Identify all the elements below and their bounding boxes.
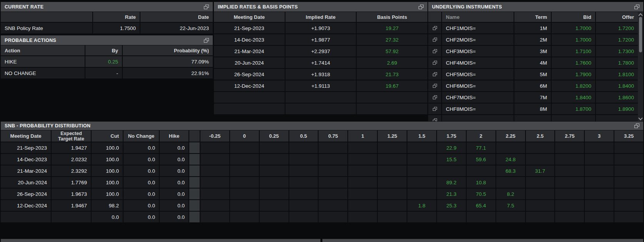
bucket-cell [407,142,436,153]
current-rate-titlebar: CURRENT RATE [1,2,213,12]
column-header-hike: Hike [160,130,189,142]
probability-cell[interactable]: 22.91% [123,68,213,78]
bucket-cell [319,154,347,165]
action-cell[interactable]: NO CHANGE [1,68,85,78]
cut-cell: 100.0 [92,154,123,165]
instrument-popout-cell [428,92,441,103]
meeting-date-cell: 21-Sep-2023 [214,23,285,33]
meeting-date-cell: 14-Dec-2023 [214,34,285,45]
instrument-name-cell[interactable]: CHF4MOIS= [442,57,514,68]
by-cell[interactable]: 0.25 [85,56,122,67]
bucket-cell [230,165,259,176]
column-header-meeting-date: Meeting Date [1,130,51,142]
bucket-cell [378,154,407,165]
instrument-popout-cell [428,46,441,57]
meeting-date-cell: 21-Mar-2024 [214,46,285,57]
bucket-cell: 65.4 [467,200,496,211]
open-quote-icon[interactable] [432,49,437,53]
meeting-date-cell: 12-Dec-2024 [214,80,285,91]
open-quote-icon[interactable] [432,38,437,42]
current-rate-table: Rate Date SNB Policy Rate 1.7500 22-Jun-… [1,12,213,33]
column-header-date: Date [140,12,213,22]
bid-cell: 1.8400 [552,92,595,103]
bucket-cell [200,142,229,153]
implied-rates-table: Meeting Date Implied Rate Basis Points 2… [214,12,427,114]
probability-distribution-titlebar: SNB - PROBABILITY DISTRIBUTION [1,122,643,130]
bucket-cell [348,212,377,222]
current-rate-panel: CURRENT RATE Rate Date SNB Policy Rate 1… [1,2,213,33]
open-quote-icon[interactable] [432,84,437,88]
bucket-cell [526,212,555,222]
scroll-down-button[interactable] [638,116,643,121]
popout-icon[interactable] [204,5,209,9]
meeting-date-cell: 20-Jun-2024 [1,177,51,188]
expected-target-rate-cell: 2.3292 [52,165,91,176]
by-cell[interactable]: - [85,68,122,78]
instrument-name-cell[interactable] [442,115,514,121]
bucket-cell [555,154,584,165]
bucket-cell [378,177,407,188]
open-quote-icon[interactable] [432,61,437,65]
bucket-cell [200,189,229,199]
open-quote-icon[interactable] [432,107,437,111]
column-header-bucket: 1 [348,130,377,142]
bucket-cell [230,212,259,222]
bucket-cell [348,142,377,153]
separator-cell [189,212,200,222]
separator-cell [189,165,200,176]
cut-cell: 98.2 [92,200,123,211]
scroll-thumb[interactable] [639,17,642,52]
instrument-name-cell[interactable]: CHF2MOIS= [442,34,514,45]
cut-cell: 0.0 [92,212,123,222]
bucket-cell [200,154,229,165]
open-quote-icon[interactable] [432,26,437,30]
bucket-cell [496,142,525,153]
popout-icon[interactable] [634,124,639,128]
bucket-cell [437,212,466,222]
bucket-cell [260,142,289,153]
popout-icon[interactable] [634,5,639,9]
popout-icon[interactable] [419,5,424,9]
instrument-name-cell[interactable]: CHF1MOIS= [442,23,514,33]
bucket-cell [319,177,347,188]
probability-cell[interactable]: 77.09% [123,56,213,67]
offer-cell: 1.8600 [596,92,638,103]
scroll-up-button[interactable] [638,12,643,17]
instrument-popout-cell [428,80,441,91]
bucket-cell [555,142,584,153]
instrument-name-cell[interactable]: CHF7MOIS= [442,92,514,103]
column-header-bucket: 0.25 [260,130,289,142]
implied-rate-cell: +1.9877 [285,34,356,45]
bucket-cell [230,177,259,188]
instrument-popout-cell [428,57,441,68]
bucket-cell [378,200,407,211]
instrument-name-cell[interactable]: CHF8MOIS= [442,103,514,114]
action-cell[interactable]: HIKE [1,56,85,67]
meeting-date-cell [214,103,285,114]
basis-points-cell: 2.69 [357,57,427,68]
bucket-cell [585,154,614,165]
scrollbar[interactable] [638,12,643,121]
bucket-cell [230,189,259,199]
instrument-name-cell[interactable]: CHF3MOIS= [442,46,514,57]
column-header-implied-rate: Implied Rate [285,12,356,22]
bucket-cell [378,165,407,176]
instrument-name-cell[interactable]: CHF5MOIS= [442,69,514,80]
bucket-cell: 89.2 [437,177,466,188]
bucket-cell [614,189,643,199]
bucket-cell: 68.3 [496,165,525,176]
bucket-cell [260,212,289,222]
offer-cell: 1.7200 [596,23,638,33]
term-cell: 2M [514,34,551,45]
bid-cell: 1.7600 [552,57,595,68]
basis-points-cell: 19.27 [357,23,427,33]
open-quote-icon[interactable] [432,72,437,76]
open-quote-icon[interactable] [432,95,437,99]
popout-icon[interactable] [204,38,209,43]
open-quote-icon[interactable] [432,118,437,121]
instrument-popout-cell [428,69,441,80]
meeting-date-cell: 20-Jun-2024 [214,57,285,68]
column-header-name: Name [442,12,514,22]
instrument-name-cell[interactable]: CHF6MOIS= [442,80,514,91]
bucket-cell [614,212,643,222]
